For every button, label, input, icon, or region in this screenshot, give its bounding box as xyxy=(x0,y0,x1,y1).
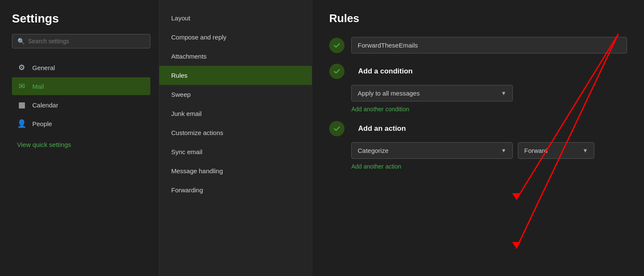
add-another-action-link[interactable]: Add another action xyxy=(351,163,627,170)
action-dropdown-row: Categorize ▼ Forward ▼ xyxy=(351,142,627,159)
search-input[interactable] xyxy=(28,38,145,45)
search-icon: 🔍 xyxy=(17,38,25,45)
rule-name-input[interactable] xyxy=(351,37,627,54)
sidebar-item-mail[interactable]: ✉ Mail xyxy=(12,77,150,95)
people-icon: 👤 xyxy=(17,119,26,128)
middle-item-junk-email[interactable]: Junk email xyxy=(159,104,312,123)
action-dropdown-label: Categorize xyxy=(358,147,389,154)
action-title: Add an action xyxy=(358,124,406,133)
condition-title: Add a condition xyxy=(358,67,412,76)
sidebar-item-label: Calendar xyxy=(32,101,58,109)
check-icon xyxy=(333,42,341,49)
action-check xyxy=(329,121,345,136)
middle-item-sync-email[interactable]: Sync email xyxy=(159,142,312,161)
check-icon-3 xyxy=(333,125,341,132)
search-box[interactable]: 🔍 xyxy=(12,34,150,48)
svg-marker-1 xyxy=(512,193,521,200)
sidebar-item-general[interactable]: ⚙ General xyxy=(12,59,150,76)
middle-item-customize-actions[interactable]: Customize actions xyxy=(159,123,312,142)
action-dropdown-forward[interactable]: Forward ▼ xyxy=(518,142,594,159)
condition-dropdown[interactable]: Apply to all messages ▼ xyxy=(351,85,513,101)
condition-section: Add a condition Apply to all messages ▼ … xyxy=(329,64,627,113)
page-title: Settings xyxy=(12,12,150,25)
right-panel-wrapper: Rules Add a condition xyxy=(312,0,644,276)
middle-item-message-handling[interactable]: Message handling xyxy=(159,161,312,180)
right-panel: Rules Add a condition xyxy=(312,0,644,190)
middle-item-attachments[interactable]: Attachments xyxy=(159,47,312,66)
sidebar-item-label: People xyxy=(32,120,52,127)
action-dropdown-categorize[interactable]: Categorize ▼ xyxy=(351,142,513,159)
sidebar-item-label: General xyxy=(32,64,55,71)
chevron-down-icon-2: ▼ xyxy=(501,147,506,154)
svg-marker-3 xyxy=(512,242,521,248)
middle-item-rules[interactable]: Rules xyxy=(159,66,312,85)
middle-item-sweep[interactable]: Sweep xyxy=(159,85,312,104)
middle-item-forwarding[interactable]: Forwarding xyxy=(159,180,312,200)
middle-item-layout[interactable]: Layout xyxy=(159,8,312,28)
middle-panel: Layout Compose and reply Attachments Rul… xyxy=(159,0,312,276)
action-header: Add an action xyxy=(329,121,627,136)
condition-check xyxy=(329,64,345,79)
middle-item-compose-reply[interactable]: Compose and reply xyxy=(159,28,312,47)
rules-title: Rules xyxy=(329,12,627,25)
view-quick-settings-link[interactable]: View quick settings xyxy=(12,137,150,152)
condition-header: Add a condition xyxy=(329,64,627,79)
sidebar-item-calendar[interactable]: ▦ Calendar xyxy=(12,96,150,114)
rule-name-row xyxy=(329,37,627,54)
mail-icon: ✉ xyxy=(17,82,26,91)
add-another-condition-link[interactable]: Add another condition xyxy=(351,106,627,113)
gear-icon: ⚙ xyxy=(17,63,26,72)
condition-dropdown-row: Apply to all messages ▼ xyxy=(351,85,627,101)
chevron-down-icon: ▼ xyxy=(501,90,506,96)
sidebar-item-people[interactable]: 👤 People xyxy=(12,115,150,132)
rule-name-check xyxy=(329,38,345,53)
action-dropdown2-label: Forward xyxy=(524,147,548,154)
action-section: Add an action Categorize ▼ Forward ▼ Add… xyxy=(329,121,627,170)
sidebar-item-label: Mail xyxy=(32,83,44,90)
check-icon-2 xyxy=(333,68,341,75)
calendar-icon: ▦ xyxy=(17,100,26,110)
chevron-down-icon-3: ▼ xyxy=(582,147,588,154)
condition-dropdown-label: Apply to all messages xyxy=(358,90,420,97)
sidebar: Settings 🔍 ⚙ General ✉ Mail ▦ Calendar 👤… xyxy=(0,0,159,276)
